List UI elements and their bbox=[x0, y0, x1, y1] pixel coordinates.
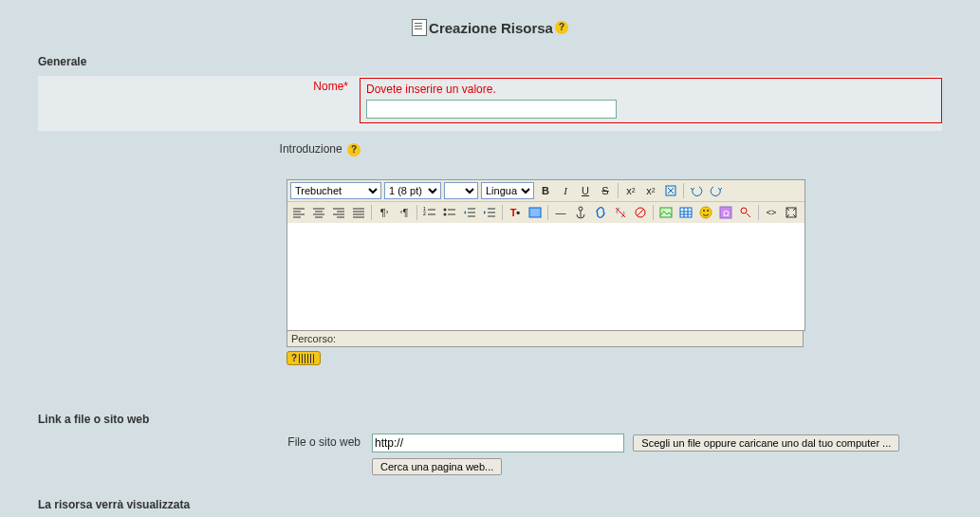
introduzione-label: Introduzione ? bbox=[38, 140, 372, 157]
svg-rect-5 bbox=[529, 208, 541, 217]
page-title: Creazione Risorsa bbox=[429, 20, 553, 36]
svg-point-6 bbox=[579, 207, 582, 211]
svg-text:Ω: Ω bbox=[723, 209, 730, 218]
svg-point-12 bbox=[703, 210, 705, 212]
font-select[interactable]: Trebuchet bbox=[290, 182, 381, 199]
redo-icon[interactable] bbox=[708, 182, 725, 199]
page-icon bbox=[412, 19, 427, 36]
svg-rect-10 bbox=[680, 208, 692, 217]
hr-icon[interactable]: — bbox=[552, 204, 569, 221]
underline-icon[interactable]: U bbox=[577, 182, 594, 199]
align-right-icon[interactable] bbox=[330, 204, 347, 221]
svg-point-4 bbox=[444, 212, 447, 215]
nome-label: Nome* bbox=[38, 78, 360, 93]
section-link: Link a file o sito web bbox=[38, 413, 942, 426]
outdent-icon[interactable] bbox=[461, 204, 478, 221]
subscript-icon[interactable]: x2 bbox=[622, 182, 639, 199]
help-icon[interactable]: ? bbox=[555, 21, 568, 34]
editor-toolbar: Trebuchet 1 (8 pt) Lingua B I U S x2 x2 bbox=[287, 179, 805, 223]
unordered-list-icon[interactable] bbox=[441, 204, 458, 221]
keyboard-help-button[interactable]: ? bbox=[287, 351, 321, 365]
unlink-icon[interactable] bbox=[612, 204, 629, 221]
superscript-icon[interactable]: x2 bbox=[642, 182, 659, 199]
strike-icon[interactable]: S bbox=[597, 182, 614, 199]
image-icon[interactable] bbox=[657, 204, 675, 221]
table-icon[interactable] bbox=[677, 204, 694, 221]
svg-point-3 bbox=[444, 208, 447, 211]
align-center-icon[interactable] bbox=[310, 204, 327, 221]
section-generale: Generale bbox=[38, 55, 942, 68]
svg-point-11 bbox=[700, 207, 712, 218]
italic-icon[interactable]: I bbox=[557, 182, 574, 199]
ordered-list-icon[interactable]: 12 bbox=[421, 204, 438, 221]
ltr-icon[interactable]: ¶› bbox=[376, 204, 393, 221]
search-icon[interactable] bbox=[737, 204, 754, 221]
nome-input[interactable] bbox=[366, 100, 617, 119]
heading-select[interactable] bbox=[444, 182, 478, 199]
fullscreen-icon[interactable] bbox=[783, 204, 800, 221]
anchor-icon[interactable] bbox=[572, 204, 589, 221]
help-icon[interactable]: ? bbox=[347, 143, 361, 157]
clean-icon[interactable] bbox=[662, 182, 679, 199]
rich-text-editor: Trebuchet 1 (8 pt) Lingua B I U S x2 x2 bbox=[287, 179, 942, 365]
char-icon[interactable]: Ω bbox=[717, 204, 734, 221]
nolink-icon[interactable] bbox=[632, 204, 649, 221]
align-left-icon[interactable] bbox=[290, 204, 307, 221]
section-display: La risorsa verrà visualizzata bbox=[38, 498, 942, 511]
lang-select[interactable]: Lingua bbox=[481, 182, 534, 199]
search-web-button[interactable]: Cerca una pagina web... bbox=[372, 458, 502, 475]
bg-color-icon[interactable] bbox=[527, 204, 544, 221]
rtl-icon[interactable]: ‹¶ bbox=[396, 204, 413, 221]
editor-path-bar: Percorso: bbox=[287, 331, 804, 347]
file-url-input[interactable] bbox=[372, 434, 624, 452]
undo-icon[interactable] bbox=[688, 182, 705, 199]
file-label: File o sito web bbox=[38, 434, 372, 449]
editor-textarea[interactable] bbox=[287, 223, 805, 331]
smiley-icon[interactable] bbox=[697, 204, 714, 221]
nome-error-box: Dovete inserire un valore. bbox=[360, 78, 942, 123]
svg-rect-8 bbox=[660, 208, 672, 217]
svg-point-13 bbox=[707, 210, 709, 212]
svg-point-16 bbox=[741, 208, 747, 213]
svg-text:2: 2 bbox=[423, 211, 426, 216]
nome-error-msg: Dovete inserire un valore. bbox=[366, 83, 935, 96]
align-justify-icon[interactable] bbox=[350, 204, 367, 221]
indent-icon[interactable] bbox=[481, 204, 498, 221]
bold-icon[interactable]: B bbox=[537, 182, 554, 199]
link-icon[interactable] bbox=[592, 204, 609, 221]
text-color-icon[interactable]: T■ bbox=[507, 204, 524, 221]
page-title-row: Creazione Risorsa? bbox=[38, 19, 942, 36]
source-icon[interactable]: <> bbox=[763, 204, 780, 221]
choose-file-button[interactable]: Scegli un file oppure caricane uno dal t… bbox=[633, 434, 899, 452]
size-select[interactable]: 1 (8 pt) bbox=[384, 182, 441, 199]
